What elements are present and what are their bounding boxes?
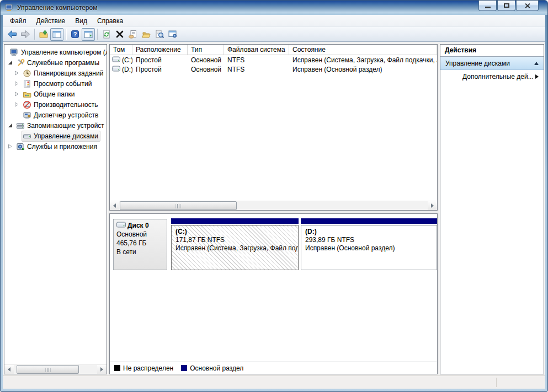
menu-action[interactable]: Действие: [31, 16, 71, 26]
help-icon[interactable]: ?: [68, 28, 82, 41]
tree-item-label: Производительность: [34, 101, 98, 109]
primary-partition-color-swatch: [181, 365, 187, 371]
volume-icon: [112, 66, 120, 73]
up-level-icon[interactable]: [37, 28, 50, 41]
tree-item-storage[interactable]: Запоминающие устройст: [4, 120, 107, 131]
view-icon[interactable]: [153, 28, 166, 41]
volume-filesystem: NTFS: [224, 66, 289, 73]
partition-capacity: 171,87 ГБ NTFS: [175, 236, 294, 244]
collapse-icon[interactable]: [8, 60, 15, 65]
menu-file[interactable]: Файл: [5, 16, 31, 26]
tree-item-performance[interactable]: Производительность: [4, 99, 107, 110]
tree-item-device-manager[interactable]: Диспетчер устройств: [4, 110, 107, 120]
services-icon: [16, 142, 25, 151]
disk-icon: [116, 221, 126, 230]
legend-item-unallocated: Не распределен: [114, 364, 173, 372]
volume-row-c[interactable]: (C:) Простой Основной NTFS Исправен (Сис…: [110, 55, 437, 65]
action-item-label: Дополнительные дей...: [462, 73, 535, 80]
column-header-filesystem[interactable]: Файловая система: [224, 45, 289, 55]
partition-status: Исправен (Система, Загрузка, Файл под: [175, 244, 294, 253]
task-scheduler-icon: [23, 69, 31, 78]
column-header-layout[interactable]: Расположение: [132, 45, 188, 55]
volume-type: Основной: [188, 56, 224, 64]
scrollbar-thumb[interactable]: [17, 365, 79, 374]
console-tree-toggle-icon[interactable]: [50, 28, 63, 41]
tree-item-system-tools[interactable]: Служебные программы: [4, 57, 107, 68]
legend-label: Не распределен: [123, 364, 173, 372]
tree-item-label: Службы и приложения: [27, 143, 97, 151]
tree-item-label: Планировщик заданий: [34, 69, 103, 77]
volume-table-header: Том Расположение Тип Файловая система Со…: [110, 45, 437, 55]
expand-icon[interactable]: [14, 92, 22, 96]
partition-type-bar: [171, 218, 299, 224]
scroll-left-arrow[interactable]: [4, 365, 14, 374]
partition-status: Исправен (Основной раздел): [305, 244, 433, 253]
menu-view[interactable]: Вид: [70, 16, 92, 26]
minimize-button[interactable]: [478, 1, 497, 11]
scroll-right-arrow[interactable]: [97, 365, 107, 374]
middle-column: Том Расположение Тип Файловая система Со…: [109, 44, 438, 374]
action-group-disk-management[interactable]: Управление дисками: [440, 57, 544, 70]
properties-icon[interactable]: [126, 28, 140, 41]
disk-size: 465,76 ГБ: [116, 239, 164, 248]
svg-text:?: ?: [73, 31, 77, 37]
volume-horizontal-scrollbar: [110, 201, 437, 210]
disk-0-info[interactable]: Диск 0 Основной 465,76 ГБ В сети: [113, 219, 167, 270]
volume-row-d[interactable]: (D:) Простой Основной NTFS Исправен (Осн…: [110, 65, 437, 74]
disk-graphic-pane: Диск 0 Основной 465,76 ГБ В сети (C:) 17…: [109, 213, 438, 374]
legend-label: Основной раздел: [190, 364, 243, 372]
computer-icon: [10, 48, 19, 57]
tree-item-label: Диспетчер устройств: [34, 111, 98, 119]
actions-pane-title: Действия: [440, 45, 544, 57]
maximize-button[interactable]: [497, 1, 515, 11]
console-tree: Управление компьютером (л Служебные прог…: [4, 44, 107, 374]
disk-management-icon: [23, 132, 31, 141]
legend: Не распределен Основной раздел: [110, 362, 437, 374]
expand-icon[interactable]: [14, 81, 22, 86]
chevron-up-icon: [534, 62, 539, 65]
tree-item-disk-management[interactable]: Управление дисками: [4, 131, 107, 141]
action-pane-toggle-icon[interactable]: [82, 28, 95, 41]
manage-icon[interactable]: [166, 28, 179, 41]
toolbar-separator: [66, 29, 66, 40]
scroll-right-arrow[interactable]: [428, 201, 437, 210]
device-manager-icon: [23, 111, 31, 120]
volume-layout: Простой: [132, 66, 188, 73]
tree-item-services-applications[interactable]: Службы и приложения: [4, 141, 107, 152]
partition-d[interactable]: (D:) 293,89 ГБ NTFS Исправен (Основной р…: [301, 218, 437, 270]
volume-name: (C:): [122, 56, 132, 64]
partition-name: (D:): [305, 228, 433, 236]
window-title: Управление компьютером: [17, 4, 97, 12]
close-button[interactable]: [516, 1, 539, 11]
open-folder-icon[interactable]: [140, 28, 153, 41]
partition-c[interactable]: (C:) 171,87 ГБ NTFS Исправен (Система, З…: [171, 218, 299, 270]
partition-capacity: 293,89 ГБ NTFS: [305, 236, 433, 244]
tree-item-task-scheduler[interactable]: Планировщик заданий: [4, 68, 107, 78]
back-icon[interactable]: [6, 28, 19, 41]
column-header-status[interactable]: Состояние: [289, 45, 437, 55]
delete-icon[interactable]: [113, 28, 126, 41]
expand-icon[interactable]: [8, 144, 15, 149]
scrollbar-thumb[interactable]: [120, 201, 237, 210]
volume-list-pane: Том Расположение Тип Файловая система Со…: [109, 44, 438, 211]
tree-item-shared-folders[interactable]: Общие папки: [4, 89, 107, 99]
forward-icon[interactable]: [19, 28, 32, 41]
computer-management-window: Управление компьютером Файл Действие Вид…: [0, 0, 548, 392]
legend-item-primary-partition: Основной раздел: [181, 364, 243, 372]
column-header-type[interactable]: Тип: [188, 45, 224, 55]
expand-icon[interactable]: [14, 71, 22, 76]
action-item-more-actions[interactable]: Дополнительные дей...: [440, 70, 544, 83]
collapse-icon[interactable]: [8, 123, 15, 128]
statusbar: [3, 375, 545, 389]
tree-item-event-viewer[interactable]: Просмотр событий: [4, 78, 107, 89]
expand-icon[interactable]: [14, 102, 22, 107]
close-icon: [524, 3, 530, 9]
tree-item-label: Управление компьютером (л: [21, 49, 107, 56]
refresh-icon[interactable]: [100, 28, 113, 41]
menu-help[interactable]: Справка: [92, 16, 128, 26]
scroll-left-arrow[interactable]: [110, 201, 119, 210]
tree-item-computer-management[interactable]: Управление компьютером (л: [4, 47, 107, 57]
titlebar: Управление компьютером: [1, 1, 547, 15]
app-icon: [5, 3, 14, 12]
column-header-volume[interactable]: Том: [110, 45, 132, 55]
